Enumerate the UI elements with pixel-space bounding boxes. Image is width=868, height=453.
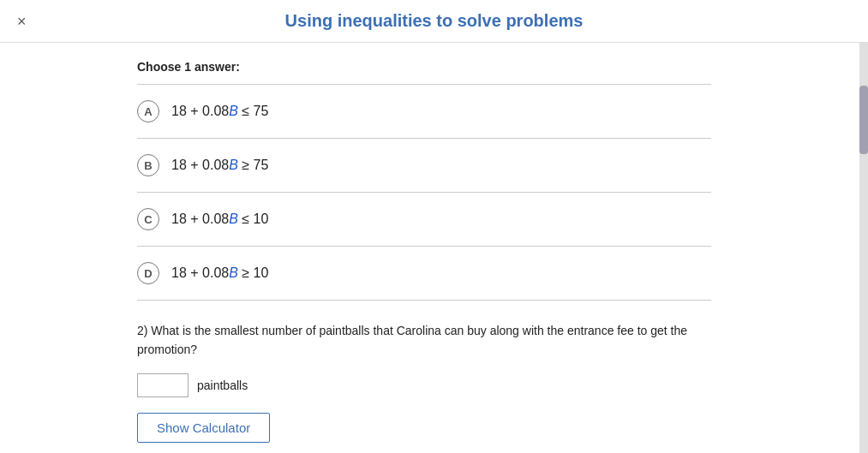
option-a-circle: A [137, 100, 159, 122]
option-b-text: 18 + 0.08B ≥ 75 [171, 158, 268, 173]
top-bar: × Using inequalities to solve problems [0, 0, 868, 43]
show-calculator-button[interactable]: Show Calculator [137, 413, 270, 443]
option-b-letter: B [144, 159, 152, 172]
option-c-text: 18 + 0.08B ≤ 10 [171, 212, 268, 227]
choose-answer-label: Choose 1 answer: [137, 60, 711, 74]
option-d-letter: D [144, 267, 152, 280]
option-c[interactable]: C 18 + 0.08B ≤ 10 [137, 193, 711, 246]
paintballs-label: paintballs [197, 378, 248, 392]
option-d-text: 18 + 0.08B ≥ 10 [171, 265, 268, 281]
option-c-circle: C [137, 208, 159, 230]
main-content: Choose 1 answer: A 18 + 0.08B ≤ 75 B 18 … [0, 43, 848, 453]
scrollbar-track[interactable] [859, 43, 868, 453]
option-b-circle: B [137, 154, 159, 176]
divider-d [137, 300, 711, 301]
option-d[interactable]: D 18 + 0.08B ≥ 10 [137, 247, 711, 300]
close-button[interactable]: × [17, 14, 27, 29]
option-a[interactable]: A 18 + 0.08B ≤ 75 [137, 85, 711, 138]
option-a-letter: A [144, 105, 152, 118]
question-2-section: 2) What is the smallest number of paintb… [137, 318, 711, 443]
question-2-text: 2) What is the smallest number of paintb… [137, 321, 711, 360]
scrollbar-thumb [859, 86, 868, 154]
option-c-letter: C [144, 213, 152, 226]
page-title: Using inequalities to solve problems [285, 11, 584, 31]
option-d-circle: D [137, 262, 159, 284]
answer-input-row: paintballs [137, 373, 711, 397]
paintballs-input[interactable] [137, 373, 189, 397]
option-a-text: 18 + 0.08B ≤ 75 [171, 104, 268, 119]
option-b[interactable]: B 18 + 0.08B ≥ 75 [137, 139, 711, 192]
